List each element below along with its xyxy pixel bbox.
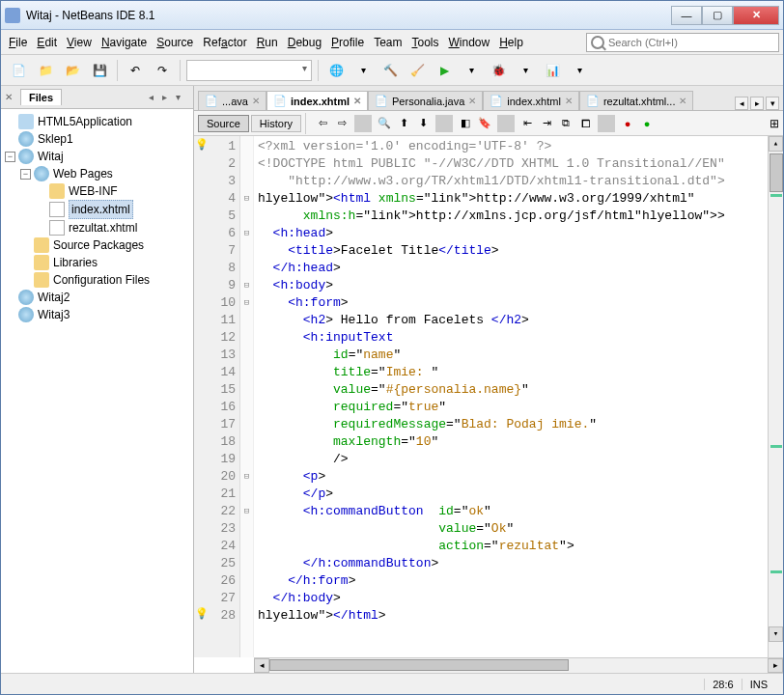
tab-left[interactable]: ◂ <box>149 92 162 102</box>
find-next-button[interactable]: ⬇ <box>414 115 432 132</box>
undo-button[interactable]: ↶ <box>124 59 147 82</box>
menu-debug[interactable]: Debug <box>284 34 325 51</box>
debug-button[interactable]: 🐞 <box>487 59 510 82</box>
browser-button[interactable]: 🌐 <box>324 59 348 82</box>
scroll-left[interactable]: ◂ <box>254 658 269 673</box>
minimize-button[interactable]: — <box>671 6 702 25</box>
tab-label: rezultat.xhtml... <box>603 96 676 107</box>
new-file-button[interactable]: 📄 <box>7 59 30 82</box>
editor-tab[interactable]: 📄index.xhtml✕ <box>266 91 368 110</box>
tree-item-label[interactable]: Witaj <box>38 148 64 165</box>
tab-close[interactable]: ✕ <box>353 96 361 106</box>
editor-tab[interactable]: 📄index.xhtml✕ <box>483 91 579 110</box>
menu-navigate[interactable]: Navigate <box>98 34 151 51</box>
tab-prev[interactable]: ◂ <box>735 97 748 110</box>
menu-run[interactable]: Run <box>253 34 282 51</box>
prev-edit-button[interactable]: ⇦ <box>314 115 331 132</box>
menu-tools[interactable]: Tools <box>407 34 442 51</box>
file-icon: 📄 <box>273 95 287 107</box>
tree-twist[interactable]: − <box>5 152 15 162</box>
close-button[interactable]: ✕ <box>733 6 779 25</box>
source-view-button[interactable]: Source <box>198 115 249 132</box>
menu-edit[interactable]: Edit <box>33 34 61 51</box>
editor-tab[interactable]: 📄Personalia.java✕ <box>368 91 483 110</box>
tree-item-label[interactable]: Witaj2 <box>38 289 70 306</box>
toggle-bookmark-button[interactable]: 🔖 <box>476 115 493 132</box>
tree-item-label[interactable]: Sklep1 <box>38 130 73 148</box>
shift-right-button[interactable]: ⇥ <box>538 115 555 132</box>
tree-item-label[interactable]: Witaj3 <box>38 306 70 323</box>
tree-item-label[interactable]: index.xhtml <box>69 200 133 219</box>
scroll-down[interactable]: ▾ <box>769 626 783 642</box>
menu-profile[interactable]: Profile <box>327 34 368 51</box>
code-editor[interactable]: 💡💡 1234567891011121314151617181920212223… <box>194 136 783 657</box>
tree-item-label[interactable]: Web Pages <box>53 165 113 182</box>
build-button[interactable]: 🔨 <box>378 59 402 82</box>
open-button[interactable]: 📂 <box>61 59 84 82</box>
maximize-button[interactable]: ▢ <box>702 6 733 25</box>
history-view-button[interactable]: History <box>251 115 301 132</box>
tab-close-icon[interactable]: ✕ <box>5 92 16 103</box>
next-edit-button[interactable]: ⇨ <box>333 115 350 132</box>
tab-label: ...ava <box>222 96 248 107</box>
tree-item-label[interactable]: Source Packages <box>53 236 144 254</box>
uncomment-button[interactable]: ⧠ <box>576 115 594 132</box>
tree-twist[interactable]: − <box>20 169 31 180</box>
menu-refactor[interactable]: Refactor <box>199 34 250 51</box>
browser-dropdown[interactable]: ▾ <box>351 59 375 82</box>
tab-menu[interactable]: ▾ <box>176 92 189 102</box>
clean-button[interactable]: 🧹 <box>406 59 429 82</box>
tree-item-label[interactable]: Configuration Files <box>53 271 150 289</box>
tab-right[interactable]: ▸ <box>162 92 176 102</box>
tree-item-label[interactable]: HTML5Application <box>38 113 132 130</box>
menu-source[interactable]: Source <box>153 34 197 51</box>
split-button[interactable]: ⊞ <box>770 117 779 130</box>
tab-close[interactable]: ✕ <box>565 96 573 106</box>
profile-dropdown[interactable]: ▾ <box>568 59 591 82</box>
editor-tab[interactable]: 📄...ava✕ <box>198 91 266 110</box>
find-prev-button[interactable]: ⬆ <box>395 115 412 132</box>
tab-close[interactable]: ✕ <box>252 96 260 106</box>
toggle-highlight-button[interactable]: ◧ <box>457 115 474 132</box>
editor-tab[interactable]: 📄rezultat.xhtml...✕ <box>579 91 694 110</box>
new-project-button[interactable]: 📁 <box>34 59 57 82</box>
tab-close[interactable]: ✕ <box>679 96 686 106</box>
ok-stripe-button[interactable]: ● <box>638 115 656 132</box>
tree-twist <box>5 310 15 320</box>
run-button[interactable]: ▶ <box>433 59 456 82</box>
menu-help[interactable]: Help <box>495 34 527 51</box>
tab-close[interactable]: ✕ <box>468 96 476 106</box>
menu-team[interactable]: Team <box>370 34 406 51</box>
app-icon <box>5 8 20 23</box>
error-stripe-button[interactable]: ● <box>619 115 636 132</box>
search-box[interactable] <box>586 33 779 52</box>
menubar: FileEditViewNavigateSourceRefactorRunDeb… <box>1 30 783 55</box>
tree-twist <box>36 186 46 197</box>
horizontal-scrollbar[interactable]: ◂ ▸ <box>254 657 783 673</box>
hscroll-thumb[interactable] <box>269 659 569 671</box>
debug-dropdown[interactable]: ▾ <box>514 59 537 82</box>
profile-button[interactable]: 📊 <box>541 59 564 82</box>
tab-list[interactable]: ▾ <box>766 97 779 110</box>
menu-file[interactable]: File <box>5 34 31 51</box>
menu-window[interactable]: Window <box>444 34 493 51</box>
files-tab[interactable]: Files <box>20 89 62 105</box>
tree-item-label[interactable]: Libraries <box>53 254 98 271</box>
search-input[interactable] <box>608 37 774 48</box>
comment-button[interactable]: ⧉ <box>557 115 574 132</box>
scroll-thumb[interactable] <box>770 153 783 192</box>
config-dropdown[interactable] <box>186 60 312 81</box>
scroll-right[interactable]: ▸ <box>768 658 783 673</box>
scroll-up[interactable]: ▴ <box>769 136 783 152</box>
menu-view[interactable]: View <box>63 34 96 51</box>
redo-button[interactable]: ↷ <box>151 59 174 82</box>
tab-next[interactable]: ▸ <box>750 97 764 110</box>
shift-left-button[interactable]: ⇤ <box>518 115 536 132</box>
run-dropdown[interactable]: ▾ <box>460 59 483 82</box>
tree-item-label[interactable]: rezultat.xhtml <box>69 219 137 236</box>
vertical-scrollbar[interactable]: ▴ ▾ <box>768 136 783 657</box>
find-selection-button[interactable]: 🔍 <box>376 115 393 132</box>
tree-item-label[interactable]: WEB-INF <box>69 182 118 200</box>
project-tree[interactable]: HTML5ApplicationSklep1−Witaj−Web PagesWE… <box>1 109 193 673</box>
save-all-button[interactable]: 💾 <box>88 59 111 82</box>
